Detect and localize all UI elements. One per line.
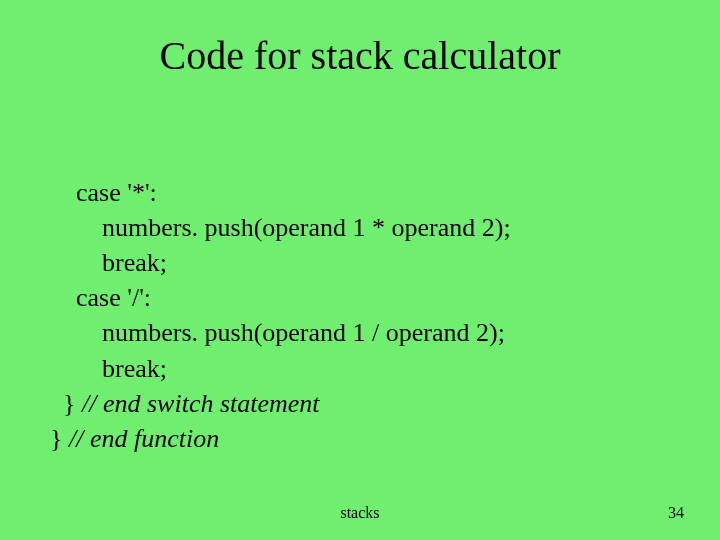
- page-number: 34: [668, 504, 684, 522]
- code-line-5: numbers. push(operand 1 / operand 2);: [102, 318, 505, 347]
- brace-close-2: }: [50, 424, 69, 453]
- code-line-2: numbers. push(operand 1 * operand 2);: [102, 213, 511, 242]
- code-line-4: case '/':: [76, 283, 151, 312]
- footer-label: stacks: [0, 504, 720, 522]
- comment-1: // end switch statement: [82, 389, 320, 418]
- comment-2: // end function: [69, 424, 219, 453]
- code-block: case '*': numbers. push(operand 1 * oper…: [50, 140, 511, 456]
- code-line-6: break;: [102, 354, 167, 383]
- code-line-3: break;: [102, 248, 167, 277]
- slide-title: Code for stack calculator: [0, 0, 720, 79]
- code-line-1: case '*':: [76, 178, 157, 207]
- brace-close-1: }: [63, 389, 82, 418]
